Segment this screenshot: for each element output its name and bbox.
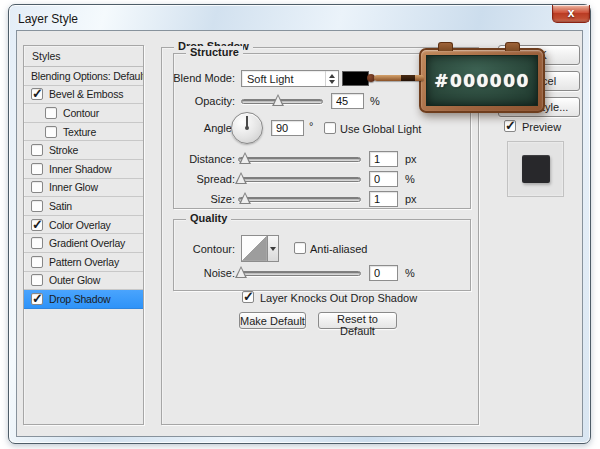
sidebar-item-label: Gradient Overlay bbox=[49, 237, 125, 249]
hex-color-text: #000000 bbox=[434, 71, 530, 91]
blend-mode-label: Blend Mode: bbox=[117, 72, 235, 84]
sidebar-item-label: Stroke bbox=[49, 144, 78, 156]
dropdown-arrows-icon bbox=[325, 71, 338, 86]
angle-label: Angle: bbox=[117, 122, 235, 134]
spread-slider-thumb[interactable] bbox=[235, 172, 247, 184]
angle-center-dot bbox=[245, 126, 249, 130]
reset-default-button[interactable]: Reset to Default bbox=[318, 312, 397, 329]
preview-swatch bbox=[522, 155, 550, 183]
pointer-grip bbox=[401, 75, 415, 81]
distance-label: Distance: bbox=[117, 153, 235, 165]
anti-aliased-checkbox[interactable] bbox=[294, 242, 306, 254]
noise-slider-thumb[interactable] bbox=[235, 266, 247, 278]
shadow-color-swatch[interactable] bbox=[342, 71, 369, 86]
spread-unit: % bbox=[405, 173, 415, 185]
sidebar-item-label: Outer Glow bbox=[49, 274, 100, 286]
sidebar-header-styles[interactable]: Styles bbox=[24, 46, 143, 67]
pointer-stick bbox=[367, 73, 424, 83]
opacity-input[interactable] bbox=[331, 93, 364, 109]
style-checkbox[interactable] bbox=[31, 181, 43, 193]
contour-dropdown-arrow-icon[interactable] bbox=[268, 235, 279, 262]
style-checkbox[interactable] bbox=[31, 200, 43, 212]
style-checkbox[interactable] bbox=[31, 293, 43, 305]
preview-checkbox[interactable] bbox=[504, 120, 516, 132]
contour-picker[interactable] bbox=[241, 235, 268, 262]
size-label: Size: bbox=[117, 193, 235, 205]
chalkboard-surface: #000000 bbox=[426, 55, 538, 106]
angle-input[interactable] bbox=[271, 120, 304, 136]
style-checkbox[interactable] bbox=[31, 144, 43, 156]
distance-slider[interactable] bbox=[238, 157, 361, 162]
distance-slider-thumb[interactable] bbox=[239, 152, 251, 164]
quality-group: Quality bbox=[173, 219, 471, 291]
size-slider[interactable] bbox=[238, 197, 361, 202]
sidebar-item-label: Pattern Overlay bbox=[49, 256, 119, 268]
sidebar-item-label: Drop Shadow bbox=[49, 293, 110, 305]
structure-group-title: Structure bbox=[186, 46, 243, 58]
style-checkbox[interactable] bbox=[31, 219, 43, 231]
sidebar-item-drop-shadow[interactable]: Drop Shadow bbox=[24, 290, 143, 309]
angle-unit: ° bbox=[309, 120, 313, 132]
sidebar-item-label: Contour bbox=[63, 107, 99, 119]
angle-dial[interactable] bbox=[231, 112, 263, 144]
sidebar-item-label: Bevel & Emboss bbox=[49, 88, 123, 100]
style-checkbox[interactable] bbox=[31, 163, 43, 175]
sidebar-item-label: Texture bbox=[63, 126, 96, 138]
noise-label: Noise: bbox=[117, 267, 235, 279]
sidebar-item-label: Color Overlay bbox=[49, 219, 111, 231]
sidebar-item-color-overlay[interactable]: Color Overlay bbox=[24, 216, 143, 235]
size-input[interactable] bbox=[369, 191, 398, 207]
make-default-button[interactable]: Make Default bbox=[239, 312, 306, 329]
style-checkbox[interactable] bbox=[31, 274, 43, 286]
chalkboard-tab bbox=[505, 42, 520, 51]
distance-unit: px bbox=[405, 153, 417, 165]
spread-label: Spread: bbox=[117, 173, 235, 185]
window-title: Layer Style bbox=[18, 12, 78, 26]
style-checkbox[interactable] bbox=[45, 126, 57, 138]
quality-group-title: Quality bbox=[186, 212, 231, 224]
knockout-checkbox[interactable] bbox=[242, 291, 254, 303]
opacity-label: Opacity: bbox=[117, 95, 235, 107]
opacity-slider[interactable] bbox=[241, 99, 323, 104]
anti-aliased-label: Anti-aliased bbox=[310, 243, 367, 255]
chalkboard-tab bbox=[438, 42, 453, 51]
contour-label: Contour: bbox=[117, 243, 235, 255]
blend-mode-value: Soft Light bbox=[247, 72, 293, 86]
style-checkbox[interactable] bbox=[31, 256, 43, 268]
noise-unit: % bbox=[405, 267, 415, 279]
blend-mode-select[interactable]: Soft Light bbox=[241, 70, 339, 87]
spread-input[interactable] bbox=[369, 171, 398, 187]
noise-slider[interactable] bbox=[238, 271, 361, 276]
layer-style-dialog: Layer Style x Styles Blending Options: D… bbox=[8, 4, 591, 444]
preview-label: Preview bbox=[522, 121, 561, 133]
style-checkbox[interactable] bbox=[31, 88, 43, 100]
opacity-slider-thumb[interactable] bbox=[272, 94, 284, 106]
opacity-unit: % bbox=[370, 95, 380, 107]
knockout-label: Layer Knocks Out Drop Shadow bbox=[260, 292, 417, 304]
noise-input[interactable] bbox=[369, 265, 398, 281]
size-slider-thumb[interactable] bbox=[239, 192, 251, 204]
use-global-light-label: Use Global Light bbox=[340, 123, 421, 135]
pointer-shaft bbox=[374, 75, 424, 81]
chalkboard-overlay: #000000 bbox=[419, 48, 545, 113]
sidebar-item-label: Satin bbox=[49, 200, 72, 212]
preview-thumbnail bbox=[507, 141, 564, 197]
use-global-light-checkbox[interactable] bbox=[324, 122, 336, 134]
close-button[interactable]: x bbox=[552, 5, 590, 23]
style-checkbox[interactable] bbox=[31, 237, 43, 249]
dialog-body: Styles Blending Options: DefaultBevel & … bbox=[16, 30, 583, 437]
size-unit: px bbox=[405, 193, 417, 205]
sidebar-item-label: Inner Glow bbox=[49, 181, 98, 193]
sidebar-item-label: Inner Shadow bbox=[49, 163, 111, 175]
style-checkbox[interactable] bbox=[45, 107, 57, 119]
distance-input[interactable] bbox=[369, 151, 398, 167]
close-icon: x bbox=[568, 6, 575, 20]
spread-slider[interactable] bbox=[238, 177, 361, 182]
